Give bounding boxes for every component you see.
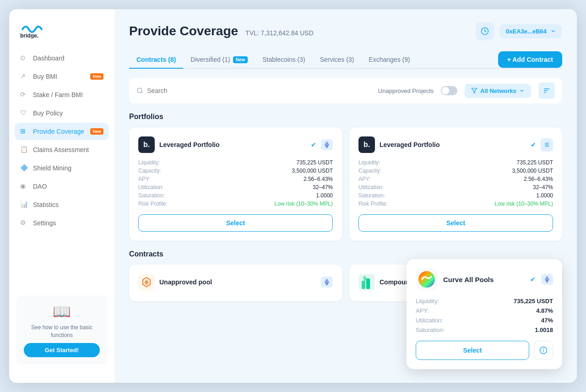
- page-header: Provide Coverage TVL: 7,312,642.84 USD 0…: [129, 22, 562, 40]
- sidebar-item-provide-coverage[interactable]: ⊞ Provide Coverage New: [15, 123, 109, 140]
- stake-icon: ⟳: [20, 91, 28, 99]
- sort-icon: [543, 87, 550, 94]
- sidebar-item-stake[interactable]: ⟳ Stake / Farm BMI: [15, 86, 109, 103]
- settings-icon: ⚙: [20, 219, 28, 227]
- svg-text:bridge.: bridge.: [20, 33, 38, 38]
- networks-label: All Networks: [480, 87, 516, 94]
- sort-button[interactable]: [538, 82, 555, 99]
- add-contract-button[interactable]: + Add Contract: [498, 51, 562, 68]
- new-badge: New: [90, 73, 103, 80]
- portfolio-stats-1: Liquidity:735,225 USDT Capacity:3,500,00…: [138, 159, 333, 207]
- portfolio-cards: b. Leveraged Portfolio ✔ Liquidity:735,2…: [129, 127, 562, 241]
- portfolio-title-2: Leveraged Portfolio: [380, 141, 526, 148]
- eth-badge-2: ≡: [541, 138, 553, 152]
- unapproved-logo: [138, 274, 155, 290]
- svg-point-20: [418, 271, 435, 288]
- guide-icon: 📖: [53, 303, 71, 320]
- sidebar-item-label: Buy BMI: [33, 73, 57, 80]
- search-icon: [136, 87, 143, 94]
- get-started-button[interactable]: Get Started!: [24, 343, 100, 357]
- new-badge: New: [90, 128, 103, 135]
- sidebar-item-dao[interactable]: ◉ DAO: [15, 178, 109, 195]
- svg-rect-16: [362, 281, 365, 289]
- stats-icon: 📊: [20, 201, 28, 209]
- sidebar-item-label: Shield Mining: [33, 164, 71, 172]
- eth-icon: [545, 276, 549, 283]
- portfolio-card-2: b. Leveraged Portfolio ✔ ≡ Liquidity:735…: [349, 127, 562, 241]
- sidebar: bridge. ⊙ Dashboard ↗ Buy BMI New ⟳ Stak…: [9, 9, 114, 383]
- svg-marker-4: [472, 88, 477, 93]
- portfolio-card-1: b. Leveraged Portfolio ✔ Liquidity:735,2…: [129, 127, 342, 241]
- unapproved-label: Unapproved Projects: [378, 87, 434, 94]
- popup-eth-badge: [541, 274, 553, 285]
- portfolios-section-title: Portfolios: [129, 113, 562, 121]
- portfolio-select-button-2[interactable]: Select: [358, 214, 553, 232]
- claims-icon: 📋: [20, 146, 28, 154]
- tab-bar: Contracts (8) Diversified (1) New Stable…: [129, 51, 562, 69]
- popup-header: Curve All Pools ✔: [416, 268, 553, 290]
- popup-verified-icon: ✔: [530, 276, 536, 283]
- popup-title: Curve All Pools: [443, 276, 525, 283]
- sidebar-item-dashboard[interactable]: ⊙ Dashboard: [15, 49, 109, 67]
- eth-icon: [325, 141, 329, 148]
- eth-icon: [325, 278, 329, 286]
- contract-title-unapproved: Unapproved pool: [159, 278, 316, 286]
- sidebar-item-label: Provide Coverage: [33, 128, 84, 135]
- dashboard-icon: ⊙: [20, 54, 28, 62]
- tvl-value: TVL: 7,312,642.84 USD: [245, 29, 314, 37]
- sidebar-item-label: DAO: [33, 183, 47, 190]
- portfolio-logo-1: b.: [138, 136, 155, 153]
- sidebar-item-label: Claims Assessment: [33, 146, 89, 153]
- search-input-wrap: [136, 87, 371, 94]
- sidebar-item-statistics[interactable]: 📊 Statistics: [15, 196, 109, 213]
- portfolio-stats-2: Liquidity:735,225 USDT Capacity:3,500,00…: [358, 159, 553, 207]
- sidebar-item-buy-bmi[interactable]: ↗ Buy BMI New: [15, 68, 109, 85]
- wallet-address: 0xEA3e...eB64: [506, 28, 547, 35]
- wallet-button[interactable]: 0xEA3e...eB64: [499, 24, 562, 38]
- compound-logo: [358, 274, 375, 290]
- history-button[interactable]: [476, 22, 494, 40]
- sidebar-item-shield[interactable]: 🔷 Shield Mining: [15, 159, 109, 177]
- buy-bmi-icon: ↗: [20, 72, 28, 81]
- sidebar-item-label: Settings: [33, 219, 56, 227]
- sidebar-item-settings[interactable]: ⚙ Settings: [15, 214, 109, 232]
- popup-stats: Liquidity:735,225 USDT APY:4.87% Utiliza…: [416, 298, 553, 333]
- portfolio-logo-2: b.: [358, 136, 375, 153]
- main-content: Provide Coverage TVL: 7,312,642.84 USD 0…: [114, 9, 577, 383]
- logo: bridge.: [9, 20, 114, 49]
- networks-filter-button[interactable]: All Networks: [465, 84, 531, 98]
- tab-diversified[interactable]: Diversified (1) New: [183, 51, 255, 69]
- tab-exchanges[interactable]: Exchanges (9): [361, 51, 417, 69]
- dao-icon: ◉: [20, 182, 28, 191]
- contract-eth-badge: [321, 277, 333, 288]
- header-actions: 0xEA3e...eB64: [476, 22, 562, 40]
- portfolios-section: Portfolios b. Leveraged Portfolio ✔: [129, 113, 562, 241]
- info-icon: [539, 346, 548, 354]
- guide-text: See how to use the basic functions: [24, 324, 100, 339]
- portfolio-select-button-1[interactable]: Select: [138, 214, 333, 232]
- tab-services[interactable]: Services (3): [313, 51, 362, 69]
- sidebar-item-buy-policy[interactable]: 🛡 Buy Policy: [15, 104, 109, 122]
- popup-card: Curve All Pools ✔ Liquidity:735,225 USDT…: [407, 259, 562, 369]
- popup-select-button[interactable]: Select: [416, 341, 529, 360]
- svg-line-3: [141, 92, 143, 93]
- tab-contracts[interactable]: Contracts (8): [129, 51, 183, 69]
- search-bar: Unapproved Projects All Networks: [129, 78, 562, 103]
- menu-icon: ≡: [544, 140, 549, 150]
- coverage-icon: ⊞: [20, 127, 28, 136]
- tab-stablecoins[interactable]: Stablecoins (3): [255, 51, 312, 69]
- sidebar-item-label: Buy Policy: [33, 109, 63, 117]
- popup-info-button[interactable]: [534, 341, 553, 360]
- sidebar-item-claims[interactable]: 📋 Claims Assessment: [15, 141, 109, 158]
- contracts-section-title: Contracts: [129, 250, 562, 258]
- contract-card-unapproved: Unapproved pool: [129, 265, 342, 301]
- sidebar-item-label: Dashboard: [33, 54, 65, 62]
- search-input[interactable]: [147, 87, 371, 94]
- sidebar-item-label: Statistics: [33, 201, 59, 208]
- shield-icon: 🔷: [20, 164, 28, 172]
- header-title-area: Provide Coverage TVL: 7,312,642.84 USD: [129, 24, 314, 38]
- curve-logo: [416, 268, 438, 290]
- new-tab-badge: New: [233, 56, 248, 63]
- unapproved-toggle[interactable]: [441, 86, 457, 95]
- svg-point-2: [137, 88, 142, 93]
